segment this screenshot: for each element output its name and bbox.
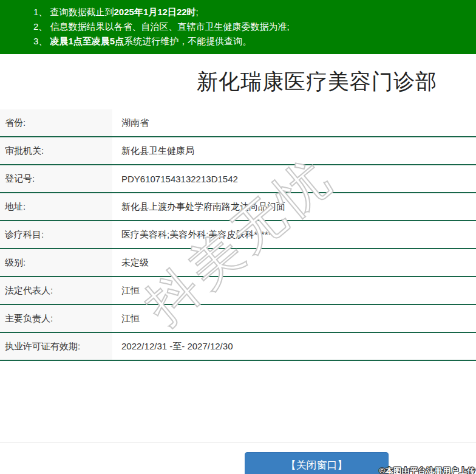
notice-line-1: 1、 查询数据截止到2025年1月12日22时; xyxy=(33,5,476,19)
notice-1-bold: 2025年1月12日22时 xyxy=(114,7,196,17)
footer-divider xyxy=(0,442,476,443)
notice-banner: 1、 查询数据截止到2025年1月12日22时; 2、 信息数据结果以各省、自治… xyxy=(0,0,476,54)
row-value: 江恒 xyxy=(112,313,476,325)
notice-3-bold: 凌晨1点至凌晨5点 xyxy=(50,36,124,46)
table-row-license-validity: 执业许可证有效期: 2022/12/31 -至- 2027/12/30 xyxy=(0,333,476,361)
close-window-button[interactable]: 【关闭窗口】 xyxy=(245,452,389,474)
row-value: 江恒 xyxy=(112,285,476,297)
row-label: 登记号: xyxy=(0,165,112,192)
row-value: 未定级 xyxy=(112,257,476,269)
page-viewport: 1、 查询数据截止到2025年1月12日22时; 2、 信息数据结果以各省、自治… xyxy=(0,0,476,474)
notice-1-text: 1、 查询数据截止到 xyxy=(33,7,114,17)
table-row-registration-number: 登记号: PDY61071543132213D1542 xyxy=(0,165,476,193)
table-row-main-person-in-charge: 主要负责人: 江恒 xyxy=(0,305,476,333)
row-value: 2022/12/31 -至- 2027/12/30 xyxy=(112,341,476,352)
content-container: 1、 查询数据截止到2025年1月12日22时; 2、 信息数据结果以各省、自治… xyxy=(0,0,476,361)
notice-3-text: 3、 xyxy=(33,36,50,46)
row-label: 主要负责人: xyxy=(0,305,112,332)
row-value: PDY61071543132213D1542 xyxy=(112,174,476,184)
notice-line-3: 3、 凌晨1点至凌晨5点系统进行维护，不能提供查询。 xyxy=(33,34,476,49)
row-label: 地址: xyxy=(0,193,112,220)
row-label: 诊疗科目: xyxy=(0,221,112,248)
title-area: 新化瑞康医疗美容门诊部 xyxy=(0,54,476,109)
table-row-legal-representative: 法定代表人: 江恒 xyxy=(0,277,476,305)
notice-line-2: 2、 信息数据结果以各省、自治区、直辖市卫生健康委数据为准; xyxy=(33,19,476,34)
row-value: 湖南省 xyxy=(112,117,476,129)
row-label: 省份: xyxy=(0,109,112,136)
table-row-address: 地址: 新化县上渡办事处学府南路龙达尚品门面 xyxy=(0,193,476,221)
table-row-province: 省份: 湖南省 xyxy=(0,109,476,137)
row-label: 法定代表人: xyxy=(0,277,112,304)
notice-1-suffix: ; xyxy=(196,7,199,17)
row-label: 级别: xyxy=(0,249,112,276)
page-title: 新化瑞康医疗美容门诊部 xyxy=(197,67,437,96)
table-row-level: 级别: 未定级 xyxy=(0,249,476,277)
row-value: 医疗美容科;美容外科;美容皮肤科****** xyxy=(112,229,476,241)
row-value: 新化县卫生健康局 xyxy=(112,145,476,157)
notice-2-text: 2、 信息数据结果以各省、自治区、直辖市卫生健康委数据为准; xyxy=(33,21,290,32)
row-value: 新化县上渡办事处学府南路龙达尚品门面 xyxy=(112,201,476,213)
row-label: 执业许可证有效期: xyxy=(0,333,112,360)
institution-detail-table: 省份: 湖南省 审批机关: 新化县卫生健康局 登记号: PDY610715431… xyxy=(0,109,476,361)
row-label: 审批机关: xyxy=(0,137,112,164)
table-row-treatment-subjects: 诊疗科目: 医疗美容科;美容外科;美容皮肤科****** xyxy=(0,221,476,249)
notice-3-suffix: 系统进行维护，不能提供查询。 xyxy=(124,36,251,46)
copyright-watermark: ©本图由平台注册用户上传 xyxy=(379,465,475,474)
table-row-approval-authority: 审批机关: 新化县卫生健康局 xyxy=(0,137,476,165)
